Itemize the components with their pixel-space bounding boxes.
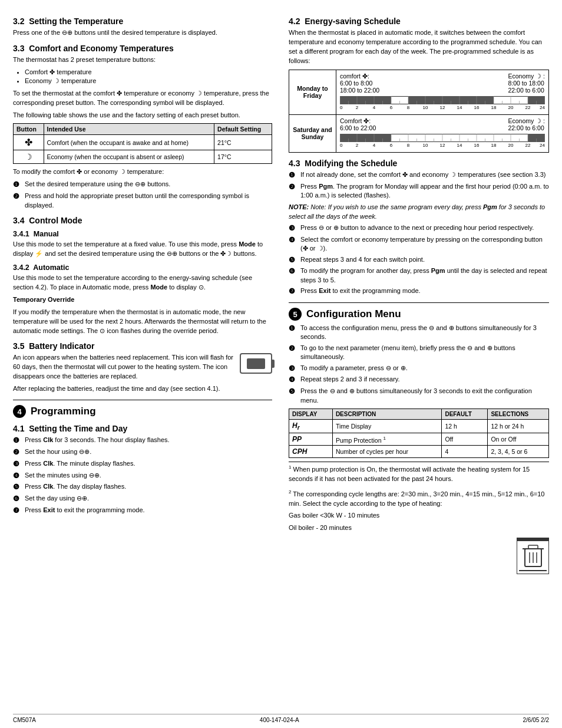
preset-table-default-economy: 17°C [214, 150, 272, 164]
footnote-2-text: 2 The corresponding cycle lengths are: 2… [289, 489, 549, 509]
step-num: ❷ [13, 447, 22, 457]
footnote-1: 1 When pump protection is On, the thermo… [289, 462, 549, 484]
step-text: Set the hour using ⊖⊕. [25, 447, 91, 456]
config-sel-cph: 2, 3, 4, 5 or 6 [488, 446, 549, 458]
section-5-title: Configuration Menu [306, 308, 401, 320]
timeline-row2: 0 2 4 6 8 10 12 14 16 18 [340, 134, 545, 150]
tl-label: 2 [356, 105, 358, 110]
step-num: ❶ [13, 180, 22, 190]
tl-label: 8 [407, 105, 409, 110]
tl-label: 24 [540, 143, 545, 148]
section-43-title: Modifying the Schedule [305, 159, 397, 168]
table-row: PP Pump Protection 1 Off On or Off [289, 433, 549, 446]
section-33-para2: The following table shows the use and th… [13, 111, 272, 120]
section-5-steps: ❶ To access the configuration menu, pres… [289, 324, 549, 405]
step-num: ❶ [289, 324, 298, 334]
section-34-heading: 3.4 Control Mode [13, 216, 272, 225]
tl-label: 6 [390, 143, 392, 148]
weee-underline [519, 570, 547, 571]
weee-bar [517, 538, 548, 541]
list-item: ❺ Press the ⊖ and ⊕ buttons simultaneous… [289, 387, 549, 405]
config-table-header-selections: SELECTIONS [488, 409, 549, 420]
step-text: Press Clk for 3 seconds. The hour displa… [25, 436, 170, 444]
step-num: ❺ [13, 482, 22, 492]
list-item: ❷ Press Pgm. The program for Monday will… [289, 182, 549, 200]
section-35-content: An icon appears when the batteries need … [13, 353, 272, 384]
schedule-row1-times: comfort ✤: 6:00 to 8:00 18:00 to 22:00 E… [336, 70, 549, 114]
section-35-num: 3.5 [13, 341, 24, 351]
step-text: Press the ⊖ and ⊕ buttons simultaneously… [300, 387, 549, 405]
table-row: ✤ Comfort (when the occupant is awake an… [14, 135, 272, 150]
section-33-title: Comfort and Economy Temperatures [29, 44, 174, 53]
weee-container [289, 538, 549, 574]
tl-label: 0 [340, 105, 342, 110]
step-text: To modify a parameter, press ⊖ or ⊕. [300, 364, 408, 373]
section-33-intro: The thermostat has 2 preset temperature … [13, 55, 272, 65]
economy-time-sat: 22:00 to 6:00 [508, 124, 545, 131]
weee-bin-icon [523, 544, 544, 569]
schedule-row1-label: Monday to Friday [289, 70, 336, 114]
config-default-cph: 4 [442, 446, 488, 458]
schedule-row2-times: Comfort ✤: 6:00 to 22:00 Economy ☽ : 22:… [336, 114, 549, 152]
step-num: ❼ [289, 286, 298, 297]
step-text: To access the configuration menu, press … [300, 324, 549, 342]
section-43-note: NOTE: Note: If you wish to use the same … [289, 203, 549, 221]
footer-center: 400-147-024-A [260, 717, 299, 723]
step-text: Press Exit to exit the programming mode. [300, 286, 421, 295]
step-text: Set the minutes using ⊖⊕. [25, 471, 101, 480]
step-text: Repeat steps 3 and 4 for each switch poi… [300, 255, 425, 264]
step-text: Set the desired temperature using the ⊖⊕… [25, 180, 170, 189]
section-5-num: 5 [289, 308, 302, 321]
step-num: ❸ [289, 223, 298, 233]
list-item: ❸ To modify a parameter, press ⊖ or ⊕. [289, 364, 549, 374]
tl-label: 4 [373, 143, 375, 148]
tl-label: 18 [491, 105, 497, 110]
schedule-row2-headers: Comfort ✤: 6:00 to 22:00 Economy ☽ : 22:… [340, 117, 545, 131]
comfort-block: comfort ✤: 6:00 to 8:00 18:00 to 22:00 [340, 73, 379, 94]
section-41-num: 4.1 [13, 424, 24, 433]
section-342-override-title: Temporary Override [13, 295, 272, 305]
tl-label: 14 [457, 143, 462, 148]
step-text: Press ⊖ or ⊕ button to advance to the ne… [300, 223, 534, 232]
tl-label: 20 [508, 105, 514, 110]
section-42-heading: 4.2 Energy-saving Schedule [289, 17, 549, 26]
table-row: Hr Time Display 12 h 12 h or 24 h [289, 420, 549, 433]
section-divider-2 [289, 302, 549, 303]
step-num: ❻ [13, 494, 22, 504]
list-item: ❼ Press Exit to exit the programming mod… [289, 286, 549, 297]
section-4-heading: 4 Programming [13, 405, 272, 418]
step-text: Press Exit to exit the programming mode. [25, 506, 145, 515]
main-content: 3.2 Setting the Temperature Press one of… [13, 11, 549, 574]
step-num: ❹ [289, 235, 298, 245]
economy-block: Economy ☽ : 8:00 to 18:00 22:00 to 6:00 [508, 73, 545, 94]
tl-label: 20 [508, 143, 514, 148]
section-33-bullets: Comfort ✤ temperature Economy ☽ temperat… [13, 68, 272, 86]
tl-label: 22 [525, 105, 531, 110]
battery-icon [240, 353, 272, 374]
comfort-block2: Comfort ✤: 6:00 to 22:00 [340, 117, 376, 131]
list-item: ❺ Press Clk. The day display flashes. [13, 482, 272, 492]
left-column: 3.2 Setting the Temperature Press one of… [13, 11, 272, 574]
section-342-heading: 3.4.2 Automatic [13, 263, 272, 272]
step-num: ❺ [289, 255, 298, 265]
list-item: ❺ Repeat steps 3 and 4 for each switch p… [289, 255, 549, 265]
section-33-steps: ❶ Set the desired temperature using the … [13, 180, 272, 210]
step-text: Press Clk. The minute display flashes. [25, 459, 135, 468]
step-num: ❹ [13, 471, 22, 481]
comfort-time2: 18:00 to 22:00 [340, 87, 379, 94]
comfort-label: comfort ✤: [340, 73, 379, 80]
config-sel-hr: 12 h or 24 h [488, 420, 549, 433]
tl-labels-row1: 0 2 4 6 8 10 12 14 16 18 [340, 105, 545, 112]
section-32-title: Setting the Temperature [29, 17, 123, 26]
tl-label: 16 [474, 105, 480, 110]
config-table-header-desc: DESCRIPTION [332, 409, 442, 420]
step-text: Press and hold the appropriate preset bu… [25, 192, 272, 210]
tl-label: 12 [440, 105, 445, 110]
step-text: Repeat steps 2 and 3 if necessary. [300, 375, 400, 384]
section-33-heading: 3.3 Comfort and Economy Temperatures [13, 44, 272, 53]
comfort-time-sat: 6:00 to 22:00 [340, 124, 376, 131]
list-item: ❸ Press Clk. The minute display flashes. [13, 459, 272, 469]
preset-table-default-comfort: 21°C [214, 135, 272, 150]
preset-table: Button Intended Use Default Setting ✤ Co… [13, 123, 272, 164]
step-num: ❼ [13, 506, 22, 516]
